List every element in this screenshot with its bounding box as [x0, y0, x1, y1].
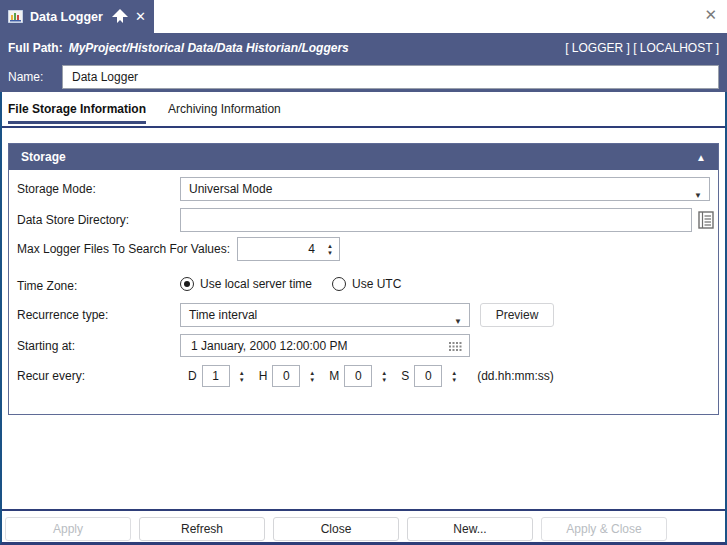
days-input[interactable] [202, 365, 230, 387]
button-row-divider [0, 509, 727, 511]
starting-at-label: Starting at: [17, 334, 75, 358]
name-label: Name: [8, 70, 60, 84]
radio-use-utc-label[interactable]: Use UTC [352, 277, 401, 291]
storage-mode-dropdown[interactable]: Universal Mode ▼ [180, 177, 710, 201]
window-close-icon[interactable]: ✕ [704, 7, 717, 22]
radio-local-server-time[interactable] [180, 277, 194, 291]
tab-archiving-information[interactable]: Archiving Information [168, 100, 281, 121]
seconds-unit-label: S [401, 369, 409, 383]
new-button[interactable]: New... [407, 517, 533, 541]
page-tab-strip: File Storage Information Archiving Infor… [8, 100, 281, 126]
name-bar: Name: [0, 62, 727, 92]
recurrence-type-label: Recurrence type: [17, 303, 108, 327]
minutes-input[interactable] [344, 365, 372, 387]
max-logger-files-value: 4 [308, 242, 315, 256]
data-logger-window: Data Logger ✕ ✕ Full Path: MyProject/His… [0, 0, 727, 545]
days-unit-label: D [188, 369, 197, 383]
full-path-label: Full Path: [8, 41, 63, 55]
full-path-bar: Full Path: MyProject/Historical Data/Dat… [0, 33, 727, 62]
refresh-button[interactable]: Refresh [139, 517, 265, 541]
storage-mode-value: Universal Mode [189, 182, 272, 196]
hours-spinner-arrows-icon[interactable]: ▲▼ [309, 365, 315, 387]
time-zone-options: Use local server time Use UTC [180, 277, 415, 291]
radio-local-server-time-label[interactable]: Use local server time [200, 277, 312, 291]
spinner-arrows-icon[interactable]: ▲▼ [327, 238, 333, 260]
preview-button[interactable]: Preview [480, 303, 554, 327]
collapse-arrow-icon[interactable]: ▲ [696, 152, 706, 163]
max-logger-files-spinner[interactable]: 4 ▲▼ [237, 237, 340, 261]
recur-every-label: Recur every: [17, 364, 85, 388]
chevron-down-icon: ▼ [454, 311, 462, 333]
seconds-input[interactable] [414, 365, 442, 387]
context-badges: [ LOGGER ] [ LOCALHOST ] [565, 41, 719, 55]
chevron-down-icon: ▼ [694, 185, 702, 207]
hours-input[interactable] [272, 365, 300, 387]
apply-and-close-button[interactable]: Apply & Close [541, 517, 667, 541]
storage-group-header[interactable]: Storage ▲ [9, 144, 718, 170]
promote-up-icon[interactable] [112, 9, 128, 24]
hours-unit-label: H [259, 369, 268, 383]
name-input[interactable] [62, 65, 719, 89]
starting-at-value: 1 January, 2000 12:00:00 PM [191, 339, 348, 353]
minutes-spinner-arrows-icon[interactable]: ▲▼ [381, 365, 387, 387]
document-tab-data-logger[interactable]: Data Logger ✕ [0, 0, 154, 33]
days-spinner-arrows-icon[interactable]: ▲▼ [239, 365, 245, 387]
tab-strip-divider [0, 126, 727, 128]
tab-close-icon[interactable]: ✕ [135, 10, 146, 23]
date-picker-grid-icon[interactable] [449, 342, 462, 352]
tab-title: Data Logger [30, 10, 103, 24]
recur-every-controls: D ▲▼ H ▲▼ M ▲▼ S ▲▼ (dd.hh:mm:ss) [188, 364, 554, 388]
time-zone-label: Time Zone: [17, 274, 77, 298]
starting-at-field[interactable]: 1 January, 2000 12:00:00 PM [180, 334, 470, 357]
close-button[interactable]: Close [273, 517, 399, 541]
data-store-directory-input[interactable] [180, 208, 692, 232]
minutes-unit-label: M [329, 369, 339, 383]
max-logger-files-label: Max Logger Files To Search For Values: [17, 237, 230, 261]
recurrence-type-value: Time interval [189, 308, 257, 322]
recurrence-type-dropdown[interactable]: Time interval ▼ [180, 303, 470, 327]
bar-chart-icon [8, 10, 23, 23]
bottom-button-row: Apply Refresh Close New... Apply & Close [5, 517, 667, 541]
seconds-spinner-arrows-icon[interactable]: ▲▼ [451, 365, 457, 387]
full-path-value: MyProject/Historical Data/Data Historian… [69, 41, 349, 55]
document-tab-bar: Data Logger ✕ ✕ [0, 0, 727, 33]
data-store-directory-label: Data Store Directory: [17, 208, 129, 232]
format-hint: (dd.hh:mm:ss) [477, 369, 554, 383]
storage-mode-label: Storage Mode: [17, 177, 96, 201]
storage-group: Storage ▲ Storage Mode: Universal Mode ▼… [8, 143, 719, 415]
tab-file-storage-information[interactable]: File Storage Information [8, 100, 146, 124]
browse-directory-icon[interactable] [696, 208, 716, 232]
apply-button[interactable]: Apply [5, 517, 131, 541]
storage-group-title: Storage [21, 150, 66, 164]
radio-use-utc[interactable] [332, 277, 346, 291]
